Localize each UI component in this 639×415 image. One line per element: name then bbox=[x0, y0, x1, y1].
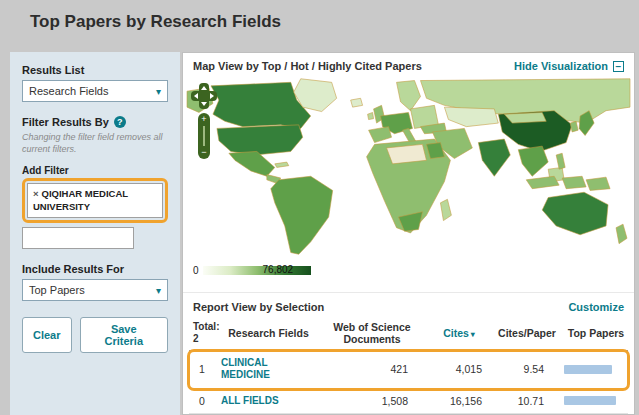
report-title: Report View by Selection bbox=[193, 301, 324, 313]
map-legend: 0 76,802 bbox=[183, 261, 634, 284]
research-field-link[interactable]: CLINICAL MEDICINE bbox=[221, 357, 316, 382]
include-label: Include Results For bbox=[22, 263, 168, 275]
cites-per-paper-value: 10.71 bbox=[490, 395, 564, 407]
filter-note: Changing the filter field removes all cu… bbox=[22, 132, 168, 155]
collapse-icon: − bbox=[613, 61, 624, 72]
col-wos-documents[interactable]: Web of Science Documents bbox=[316, 321, 428, 345]
cites-per-paper-value: 9.54 bbox=[490, 363, 564, 375]
clear-button[interactable]: Clear bbox=[22, 317, 72, 353]
pan-right-icon[interactable] bbox=[210, 93, 214, 99]
col-cites[interactable]: Cites▾ bbox=[428, 327, 490, 339]
report-header: Report View by Selection Customize bbox=[183, 293, 634, 319]
total-value: 2 bbox=[193, 333, 221, 345]
content-layout: Results List Research Fields ▾ Filter Re… bbox=[10, 52, 635, 415]
map-header: Map View by Top / Hot / Highly Cited Pap… bbox=[183, 53, 634, 77]
include-results-section: Include Results For Top Papers ▾ bbox=[22, 263, 168, 301]
filter-tag[interactable]: ×QIQIHAR MEDICAL UNIVERSITY bbox=[27, 183, 163, 218]
report-section: Report View by Selection Customize Total… bbox=[183, 292, 634, 414]
top-papers-bar bbox=[564, 396, 616, 405]
customize-link[interactable]: Customize bbox=[568, 301, 624, 313]
pan-down-icon[interactable] bbox=[201, 102, 207, 106]
map-pan-control[interactable] bbox=[191, 83, 217, 109]
help-icon[interactable]: ? bbox=[114, 116, 126, 128]
map-view-title: Map View by Top / Hot / Highly Cited Pap… bbox=[193, 60, 422, 72]
world-map[interactable]: + − bbox=[183, 77, 634, 261]
legend-max-value: 76,802 bbox=[263, 264, 294, 275]
legend-min-value: 0 bbox=[193, 265, 199, 276]
sort-desc-icon: ▾ bbox=[471, 330, 475, 339]
research-field-link[interactable]: ALL FIELDS bbox=[221, 395, 316, 408]
page-header: Top Papers by Research Fields bbox=[0, 0, 639, 50]
world-map-svg bbox=[183, 77, 634, 261]
cites-value: 4,015 bbox=[428, 363, 490, 375]
row-rank: 1 bbox=[189, 363, 221, 375]
main-panel: Map View by Top / Hot / Highly Cited Pap… bbox=[182, 52, 635, 415]
results-list-value: Research Fields bbox=[29, 85, 108, 97]
results-list-label: Results List bbox=[22, 64, 168, 76]
legend-gradient: 76,802 bbox=[203, 266, 311, 275]
total-label: Total: bbox=[193, 321, 221, 333]
results-list-section: Results List Research Fields ▾ bbox=[22, 64, 168, 102]
pan-left-icon[interactable] bbox=[194, 93, 198, 99]
table-row-all-fields[interactable]: 0 ALL FIELDS 1,508 16,156 10.71 bbox=[189, 389, 628, 415]
total-counter: Total: 2 bbox=[189, 321, 221, 345]
sidebar-buttons: Clear Save Criteria bbox=[22, 317, 168, 353]
map-zoom-control[interactable]: + − bbox=[198, 113, 210, 159]
table-row-clinical-medicine[interactable]: 1 CLINICAL MEDICINE 421 4,015 9.54 bbox=[189, 351, 628, 389]
top-papers-bar bbox=[564, 365, 612, 374]
row-rank: 0 bbox=[189, 395, 221, 407]
zoom-in-icon[interactable]: + bbox=[201, 115, 206, 124]
filter-results-by-row: Filter Results By ? bbox=[22, 116, 168, 128]
filter-tag-label: QIQIHAR MEDICAL UNIVERSITY bbox=[33, 188, 128, 211]
col-cites-per-paper[interactable]: Cites/Paper bbox=[490, 327, 564, 339]
cites-value: 16,156 bbox=[428, 395, 490, 407]
include-results-dropdown[interactable]: Top Papers ▾ bbox=[22, 279, 168, 301]
remove-filter-icon[interactable]: × bbox=[33, 188, 39, 199]
sidebar: Results List Research Fields ▾ Filter Re… bbox=[10, 52, 180, 415]
top-papers-cell bbox=[564, 396, 628, 405]
hide-visualization-link[interactable]: Hide Visualization − bbox=[514, 60, 624, 72]
include-results-value: Top Papers bbox=[29, 284, 85, 296]
filter-by-label: Filter Results By bbox=[22, 116, 109, 128]
col-research-fields[interactable]: Research Fields bbox=[221, 327, 316, 339]
top-papers-cell bbox=[564, 365, 628, 374]
zoom-out-icon[interactable]: − bbox=[201, 148, 206, 157]
hide-visualization-label: Hide Visualization bbox=[514, 60, 608, 72]
save-criteria-button[interactable]: Save Criteria bbox=[80, 317, 168, 353]
add-filter-label: Add Filter bbox=[22, 165, 168, 176]
add-filter-input[interactable] bbox=[22, 227, 134, 249]
chevron-down-icon: ▾ bbox=[156, 285, 161, 296]
results-list-dropdown[interactable]: Research Fields ▾ bbox=[22, 80, 168, 102]
page-title: Top Papers by Research Fields bbox=[30, 12, 639, 32]
map-controls: + − bbox=[191, 83, 217, 159]
wos-documents-value: 421 bbox=[316, 363, 428, 375]
table-header-row: Total: 2 Research Fields Web of Science … bbox=[189, 319, 628, 350]
col-top-papers[interactable]: Top Papers bbox=[564, 327, 628, 339]
chevron-down-icon: ▾ bbox=[156, 86, 161, 97]
wos-documents-value: 1,508 bbox=[316, 395, 428, 407]
filter-tag-highlight: ×QIQIHAR MEDICAL UNIVERSITY bbox=[22, 178, 168, 223]
pan-up-icon[interactable] bbox=[201, 86, 207, 90]
col-cites-label: Cites bbox=[443, 327, 469, 339]
zoom-slider[interactable] bbox=[203, 126, 205, 146]
results-table: Total: 2 Research Fields Web of Science … bbox=[183, 319, 634, 414]
